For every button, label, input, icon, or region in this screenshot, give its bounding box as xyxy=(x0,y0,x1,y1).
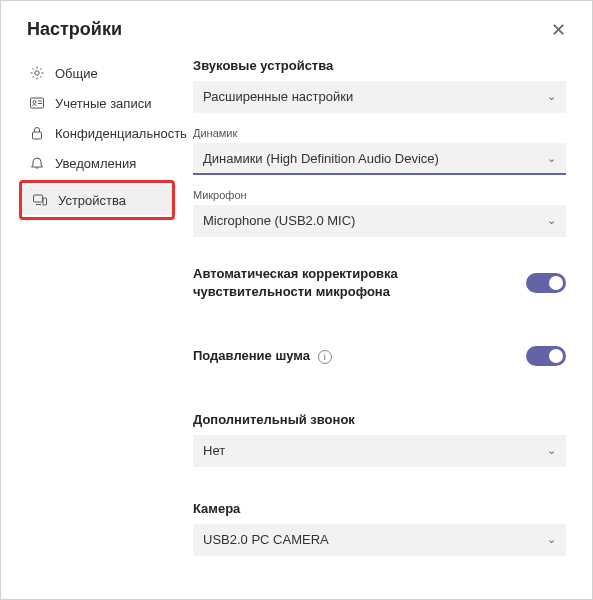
sidebar-item-notifications[interactable]: Уведомления xyxy=(19,148,175,178)
chevron-down-icon: ⌄ xyxy=(547,533,556,546)
chevron-down-icon: ⌄ xyxy=(547,444,556,457)
devices-icon xyxy=(32,192,48,208)
noise-suppress-row: Подавление шума i xyxy=(193,346,566,366)
mic-select[interactable]: Microphone (USB2.0 MIC) ⌄ xyxy=(193,205,566,237)
sidebar-item-label: Уведомления xyxy=(55,156,136,171)
select-value: Расширенные настройки xyxy=(203,89,353,104)
chevron-down-icon: ⌄ xyxy=(547,214,556,227)
select-value: Нет xyxy=(203,443,225,458)
auto-gain-toggle[interactable] xyxy=(526,273,566,293)
gear-icon xyxy=(29,65,45,81)
noise-suppress-label: Подавление шума i xyxy=(193,347,332,365)
sidebar-item-label: Конфиденциальность xyxy=(55,126,187,141)
noise-suppress-toggle[interactable] xyxy=(526,346,566,366)
svg-rect-5 xyxy=(43,198,47,205)
speaker-label: Динамик xyxy=(193,127,566,139)
svg-point-2 xyxy=(33,101,36,104)
highlight-box: Устройства xyxy=(19,180,175,220)
svg-rect-3 xyxy=(33,132,42,139)
svg-point-0 xyxy=(35,71,39,75)
secondary-ringer-select[interactable]: Нет ⌄ xyxy=(193,435,566,467)
close-icon: ✕ xyxy=(551,20,566,40)
chevron-down-icon: ⌄ xyxy=(547,152,556,165)
sidebar-item-label: Устройства xyxy=(58,193,126,208)
sidebar: Общие Учетные записи Конфиденциальность … xyxy=(19,54,175,556)
chevron-down-icon: ⌄ xyxy=(547,90,556,103)
audio-devices-select[interactable]: Расширенные настройки ⌄ xyxy=(193,81,566,113)
dialog-title: Настройки xyxy=(27,19,122,40)
secondary-ringer-title: Дополнительный звонок xyxy=(193,412,566,427)
camera-title: Камера xyxy=(193,501,566,516)
svg-rect-4 xyxy=(34,195,43,202)
dialog-body: Общие Учетные записи Конфиденциальность … xyxy=(1,54,592,556)
info-icon[interactable]: i xyxy=(318,350,332,364)
select-value: Динамики (High Definition Audio Device) xyxy=(203,151,439,166)
camera-select[interactable]: USB2.0 PC CAMERA ⌄ xyxy=(193,524,566,556)
close-button[interactable]: ✕ xyxy=(551,21,566,39)
audio-devices-title: Звуковые устройства xyxy=(193,58,566,73)
speaker-select[interactable]: Динамики (High Definition Audio Device) … xyxy=(193,143,566,175)
select-value: USB2.0 PC CAMERA xyxy=(203,532,329,547)
auto-gain-label: Автоматическая корректировка чувствитель… xyxy=(193,265,514,300)
select-value: Microphone (USB2.0 MIC) xyxy=(203,213,355,228)
id-card-icon xyxy=(29,95,45,111)
main-panel: Звуковые устройства Расширенные настройк… xyxy=(175,54,582,556)
auto-gain-row: Автоматическая корректировка чувствитель… xyxy=(193,265,566,300)
sidebar-item-label: Учетные записи xyxy=(55,96,151,111)
bell-icon xyxy=(29,155,45,171)
lock-icon xyxy=(29,125,45,141)
sidebar-item-label: Общие xyxy=(55,66,98,81)
mic-label: Микрофон xyxy=(193,189,566,201)
sidebar-item-accounts[interactable]: Учетные записи xyxy=(19,88,175,118)
sidebar-item-devices[interactable]: Устройства xyxy=(22,185,172,215)
dialog-header: Настройки ✕ xyxy=(1,1,592,54)
sidebar-item-privacy[interactable]: Конфиденциальность xyxy=(19,118,175,148)
sidebar-item-general[interactable]: Общие xyxy=(19,58,175,88)
